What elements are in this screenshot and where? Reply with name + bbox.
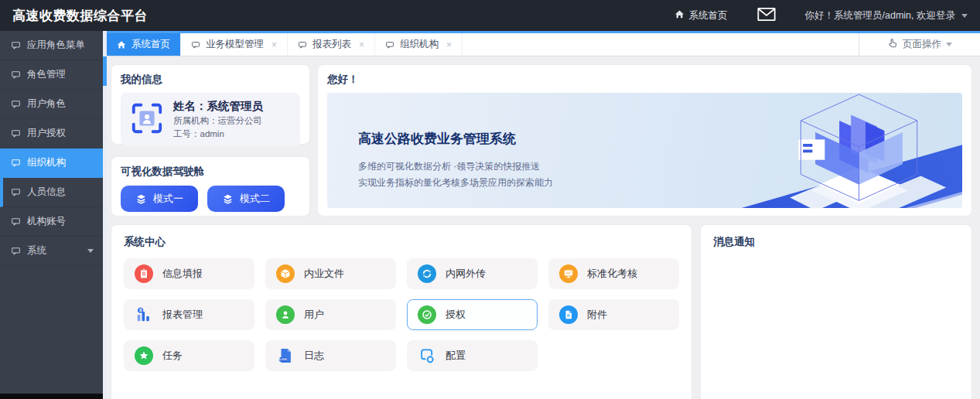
page-actions-label: 页面操作: [903, 38, 941, 51]
gear-icon: [418, 346, 436, 365]
sidebar-item-4[interactable]: 用户授权: [0, 119, 103, 148]
sidebar-item-label: 人员信息: [27, 186, 66, 199]
tile-clipboard[interactable]: 信息填报: [124, 258, 254, 289]
sidebar-scrollbar-thumb[interactable]: [103, 56, 107, 86]
tab-1[interactable]: 系统首页: [107, 33, 181, 56]
main-content: 系统首页业务模型管理×报表列表×组织机构× 页面操作 我的信息: [107, 31, 980, 399]
tile-chart[interactable]: $报表管理: [124, 299, 254, 330]
tab-4[interactable]: 组织机构×: [375, 33, 463, 56]
layers-icon: [222, 193, 234, 205]
clipboard-icon: [135, 264, 153, 283]
comment-icon: [11, 187, 21, 197]
home-icon: [674, 9, 685, 22]
sidebar-scrollbar[interactable]: [103, 31, 107, 399]
chevron-down-icon: [946, 43, 952, 46]
chevron-down-icon: [961, 14, 968, 18]
banner-line-1: 多维的可视化数据分析 ·领导决策的快报推送: [358, 160, 553, 173]
tile-log[interactable]: LOG日志: [265, 340, 396, 371]
tile-label: 内网外传: [446, 267, 486, 281]
comment-icon: [11, 217, 21, 227]
mode-button-label: 模式一: [153, 192, 183, 206]
tab-3[interactable]: 报表列表×: [288, 33, 375, 56]
header-home-label: 系统首页: [689, 9, 728, 22]
tile-label: 配置: [446, 349, 466, 363]
sidebar-item-6[interactable]: 人员信息: [0, 178, 103, 207]
app-title: 高速收费数据综合平台: [12, 7, 148, 25]
comment-icon: [11, 40, 21, 50]
tile-label: 授权: [446, 308, 466, 322]
sidebar-item-2[interactable]: 角色管理: [0, 60, 103, 90]
mode-buttons: 模式一模式二: [121, 186, 300, 212]
envelope-icon: [757, 7, 776, 25]
sidebar-item-8[interactable]: 系统: [0, 237, 103, 266]
tile-doc[interactable]: 附件: [548, 299, 679, 330]
dashboard-title: 可视化数据驾驶舱: [121, 165, 300, 179]
check-icon: [418, 305, 436, 324]
sidebar-item-label: 用户授权: [27, 127, 66, 140]
tab-label: 业务模型管理: [206, 38, 264, 51]
sidebar-item-label: 应用角色菜单: [27, 39, 85, 52]
close-icon[interactable]: ×: [359, 39, 364, 50]
banner-line-2: 实现业务指标的量化考核多场景应用的探索能力: [358, 176, 553, 189]
user-menu[interactable]: 你好！系统管理员/admin, 欢迎登录: [805, 9, 968, 22]
user-icon: [276, 305, 295, 324]
sidebar-menu: 应用角色菜单角色管理用户角色用户授权组织机构人员信息机构账号系统: [0, 31, 103, 399]
welcome-card: 您好！: [317, 64, 972, 217]
tile-label: 内业文件: [304, 267, 344, 281]
package-icon: [276, 264, 295, 283]
close-icon[interactable]: ×: [271, 39, 277, 50]
system-center-tiles: 信息填报内业文件内网外传标准化考核$报表管理用户授权附件任务LOG日志配置: [124, 258, 679, 371]
header-home-link[interactable]: 系统首页: [674, 9, 728, 22]
sync-icon: [418, 264, 436, 283]
svg-text:LOG: LOG: [279, 357, 287, 361]
page-body: 我的信息 姓名：系统管理员: [107, 56, 980, 399]
app-window: 高速收费数据综合平台 系统首页 你好！系统管理员/admin, 欢迎登录: [0, 0, 980, 399]
tile-label: 附件: [587, 308, 607, 322]
sidebar-item-label: 组织机构: [27, 156, 66, 169]
notice-title: 消息通知: [713, 235, 959, 249]
tile-star[interactable]: 任务: [124, 340, 254, 371]
tile-label: 任务: [162, 349, 183, 363]
mode-button-1[interactable]: 模式一: [121, 186, 198, 212]
sidebar-item-label: 机构账号: [27, 215, 66, 228]
mode-button-2[interactable]: 模式二: [207, 186, 285, 212]
tile-package[interactable]: 内业文件: [265, 258, 396, 289]
sidebar-item-3[interactable]: 用户角色: [0, 90, 103, 119]
dashboard-card: 可视化数据驾驶舱 模式一模式二: [111, 156, 310, 217]
tile-sync[interactable]: 内网外传: [407, 258, 538, 289]
my-info-title: 我的信息: [121, 73, 300, 87]
notice-card: 消息通知: [700, 224, 972, 399]
profile-box: 姓名：系统管理员 所属机构：运营分公司 工号：admin: [121, 93, 300, 146]
tile-check[interactable]: 授权: [407, 299, 538, 330]
tile-monitor[interactable]: 标准化考核: [548, 258, 679, 289]
tab-2[interactable]: 业务模型管理×: [181, 33, 288, 56]
tab-list: 系统首页业务模型管理×报表列表×组织机构×: [107, 33, 463, 56]
comment-icon: [11, 128, 21, 138]
system-center-title: 系统中心: [124, 235, 679, 249]
star-icon: [135, 346, 153, 365]
sidebar-item-1[interactable]: 应用角色菜单: [0, 31, 103, 60]
sidebar-item-5[interactable]: 组织机构: [0, 148, 103, 178]
home-icon: [117, 40, 126, 49]
greeting-text: 你好！系统管理员/admin, 欢迎登录: [805, 9, 955, 22]
tile-label: 日志: [304, 349, 324, 363]
monitor-icon: [559, 264, 578, 283]
log-icon: LOG: [276, 346, 295, 365]
profile-org: 所属机构：运营分公司: [173, 115, 263, 127]
comment-icon: [11, 158, 21, 168]
close-icon[interactable]: ×: [446, 39, 452, 50]
server-illustration-icon: [768, 93, 950, 208]
banner-heading: 高速公路收费业务管理系统: [358, 130, 553, 148]
tile-user[interactable]: 用户: [265, 299, 396, 330]
page-actions-button[interactable]: 页面操作: [859, 33, 980, 56]
mode-button-label: 模式二: [240, 192, 270, 206]
comment-icon: [385, 40, 394, 49]
comment-icon: [191, 40, 200, 49]
tile-gear[interactable]: 配置: [407, 340, 538, 371]
my-info-card: 我的信息 姓名：系统管理员: [111, 64, 310, 145]
sidebar-item-label: 系统: [27, 244, 46, 257]
sidebar-item-7[interactable]: 机构账号: [0, 207, 103, 237]
mail-button[interactable]: [757, 7, 776, 25]
tab-label: 组织机构: [400, 38, 439, 51]
sidebar-item-label: 用户角色: [27, 97, 66, 111]
